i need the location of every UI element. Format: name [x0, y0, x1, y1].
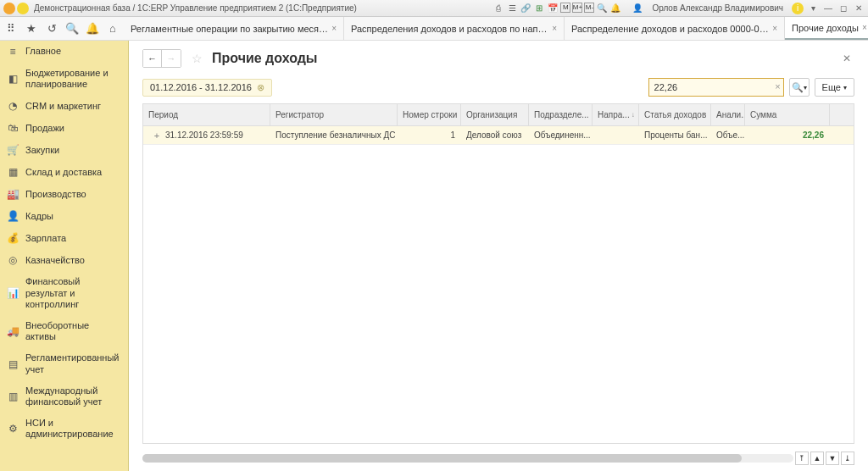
- page-title: Прочие доходы: [212, 51, 318, 66]
- sidebar-item-icon: 🏭: [7, 188, 19, 200]
- controls-row: 01.12.2016 - 31.12.2016 ⊗ × 🔍▾ Еще▾: [129, 75, 868, 103]
- table-header: ПериодРегистраторНомер строкиОрганизация…: [143, 104, 854, 126]
- sidebar-item-icon: 👤: [7, 210, 19, 222]
- page-close-button[interactable]: ✕: [839, 49, 854, 68]
- sidebar-item-label: Продажи: [25, 123, 64, 134]
- h-scrollbar[interactable]: [142, 454, 793, 463]
- search-toolbar-icon[interactable]: 🔍: [64, 21, 80, 36]
- user-name[interactable]: Орлов Александр Владимирович: [647, 3, 788, 13]
- search-input[interactable]: [648, 78, 784, 97]
- sidebar-item-label: CRM и маркетинг: [25, 101, 101, 112]
- tab-close-icon[interactable]: ×: [331, 24, 337, 33]
- search-clear-icon[interactable]: ×: [775, 81, 780, 91]
- calc-icon[interactable]: ⊞: [533, 3, 545, 14]
- sidebar-item[interactable]: 🚚Внеоборотные активы: [0, 315, 128, 347]
- column-header[interactable]: Напра...↓: [593, 104, 639, 125]
- date-filter-clear-icon[interactable]: ⊗: [257, 82, 264, 93]
- m-minus-btn[interactable]: M-: [584, 3, 594, 13]
- column-header[interactable]: Номер строки: [398, 104, 461, 125]
- table-cell: 1: [398, 126, 461, 144]
- column-header[interactable]: Анали...: [711, 104, 745, 125]
- date-filter-text: 01.12.2016 - 31.12.2016: [150, 82, 252, 92]
- sidebar-item-icon: ▦: [7, 166, 19, 178]
- content-area: 9 ← → ☆ Прочие доходы ✕ 01.12.2016 - 31.…: [129, 41, 868, 471]
- tab[interactable]: Распределения доходов и расходов по напр…: [344, 17, 565, 40]
- column-header[interactable]: Организация: [461, 104, 529, 125]
- tab-close-icon[interactable]: ×: [772, 24, 777, 33]
- sidebar-item[interactable]: 📊Финансовый результат и контроллинг: [0, 271, 128, 315]
- bell-toolbar-icon[interactable]: 🔔: [85, 21, 100, 36]
- column-header[interactable]: Сумма: [745, 104, 830, 125]
- more-button[interactable]: Еще▾: [815, 78, 854, 97]
- date-filter[interactable]: 01.12.2016 - 31.12.2016 ⊗: [142, 79, 272, 97]
- back-button[interactable]: ←: [143, 50, 162, 67]
- sidebar-item[interactable]: 🛍Продажи: [0, 117, 128, 139]
- sidebar-item-label: Склад и доставка: [25, 167, 102, 178]
- scroll-bottom-button[interactable]: ⤓: [841, 452, 854, 465]
- favorite-button[interactable]: ☆: [188, 50, 205, 67]
- star-icon[interactable]: ★: [24, 21, 39, 36]
- tab[interactable]: Распределение доходов и расходов 0000-00…: [565, 17, 785, 40]
- nav-group: ← →: [142, 49, 181, 68]
- sidebar-item-icon: ▤: [7, 358, 19, 370]
- maximize-icon[interactable]: ◻: [837, 3, 849, 14]
- scroll-top-button[interactable]: ⤒: [795, 452, 809, 465]
- sidebar-item-icon: 📊: [7, 287, 19, 299]
- column-header[interactable]: Регистратор: [270, 104, 398, 125]
- table-row[interactable]: + 31.12.2016 23:59:59Поступление безнали…: [143, 126, 854, 145]
- history-icon[interactable]: ↺: [44, 21, 59, 36]
- minimize-icon[interactable]: —: [822, 3, 834, 14]
- tab[interactable]: Прочие доходы×: [785, 17, 868, 40]
- scroll-up-button[interactable]: ▲: [810, 452, 824, 465]
- table-cell: + 31.12.2016 23:59:59: [143, 126, 270, 144]
- m-plus-btn[interactable]: M+: [572, 3, 582, 13]
- sidebar-item[interactable]: 🏭Производство: [0, 183, 128, 205]
- sidebar-item-label: Главное: [25, 46, 61, 57]
- expand-icon[interactable]: +: [148, 130, 165, 141]
- main-toolbar: ⠿ ★ ↺ 🔍 🔔 ⌂ Регламентные операции по зак…: [0, 17, 868, 41]
- column-header[interactable]: Статья доходов: [639, 104, 711, 125]
- close-window-icon[interactable]: ✕: [853, 3, 865, 14]
- tab-close-icon[interactable]: ×: [862, 23, 867, 32]
- table-cell: [593, 126, 639, 144]
- sidebar-item[interactable]: ◎Казначейство: [0, 249, 128, 271]
- sidebar-item[interactable]: ⚙НСИ и администрирование: [0, 413, 128, 445]
- sidebar-item-icon: ≡: [7, 46, 19, 58]
- search-wrap: ×: [648, 78, 784, 97]
- tool-icon[interactable]: ☰: [506, 3, 518, 14]
- home-icon[interactable]: ⌂: [105, 21, 120, 36]
- sidebar-item[interactable]: ▤Регламентированный учет: [0, 347, 128, 380]
- sidebar-item[interactable]: ≡Главное: [0, 41, 128, 63]
- window-title-bar: Демонстрационная база / 1С:ERP Управлени…: [0, 0, 868, 17]
- bell-icon[interactable]: 🔔: [609, 3, 621, 14]
- sidebar-item-label: Финансовый результат и контроллинг: [25, 276, 121, 310]
- link-icon[interactable]: 🔗: [520, 3, 531, 14]
- sidebar-item-label: Кадры: [25, 211, 53, 222]
- app-icon: [3, 3, 15, 14]
- scroll-down-button[interactable]: ▼: [826, 452, 839, 465]
- tab-close-icon[interactable]: ×: [552, 24, 557, 33]
- sidebar-item[interactable]: ◧Бюджетирование и планирование: [0, 63, 128, 95]
- sidebar-item-label: Регламентированный учет: [25, 352, 121, 374]
- info-icon[interactable]: i: [792, 3, 804, 14]
- tab[interactable]: Регламентные операции по закрытию месяца…: [124, 17, 344, 40]
- sidebar-item[interactable]: ◔CRM и маркетинг: [0, 95, 128, 117]
- print-icon[interactable]: ⎙: [492, 3, 504, 14]
- sidebar-item[interactable]: ▥Международный финансовый учет: [0, 380, 128, 413]
- forward-button[interactable]: →: [162, 50, 181, 67]
- data-table: ПериодРегистраторНомер строкиОрганизация…: [142, 103, 854, 444]
- sidebar-item-icon: 🛒: [7, 144, 19, 156]
- column-header[interactable]: Период: [143, 104, 270, 125]
- search-titlebar-icon[interactable]: 🔍: [596, 3, 608, 14]
- dropdown-icon[interactable]: ▾: [807, 3, 819, 14]
- calendar-icon[interactable]: 📅: [547, 3, 559, 14]
- sidebar-item[interactable]: 👤Кадры: [0, 205, 128, 227]
- m-btn[interactable]: M: [560, 3, 570, 13]
- sidebar-item[interactable]: 🛒Закупки: [0, 139, 128, 161]
- sidebar-item[interactable]: 💰Зарплата: [0, 227, 128, 249]
- search-button[interactable]: 🔍▾: [789, 78, 810, 97]
- sidebar-item[interactable]: ▦Склад и доставка: [0, 161, 128, 183]
- column-header[interactable]: Подразделе...: [529, 104, 593, 125]
- apps-icon[interactable]: ⠿: [3, 21, 19, 36]
- sidebar-item-label: Внеоборотные активы: [25, 320, 121, 342]
